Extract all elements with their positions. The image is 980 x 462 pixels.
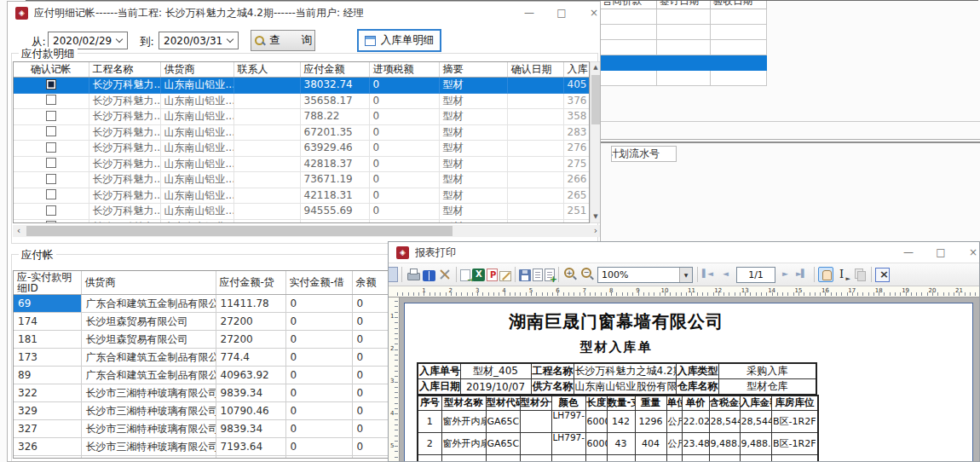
scroll-right-icon[interactable]: › <box>590 225 601 237</box>
book-icon[interactable] <box>423 270 435 281</box>
table-row[interactable]: 174长沙坦森贸易有限公司2720000 <box>14 313 435 331</box>
id-cell[interactable]: 326 <box>14 438 81 456</box>
confirm-checkbox[interactable] <box>46 221 56 223</box>
confirm-cell[interactable] <box>14 172 89 188</box>
id-cell[interactable]: 173 <box>14 349 81 367</box>
column-header[interactable]: 应付金额 <box>300 62 369 78</box>
pdf-icon[interactable] <box>487 269 498 281</box>
confirm-checkbox[interactable] <box>46 79 56 90</box>
table-row[interactable]: 长沙万科魅力...山东南山铝业...67201.350型材283 <box>14 124 589 141</box>
table-row[interactable]: 长沙万科魅力...山东南山铝业...42118.310型材265 <box>14 188 589 204</box>
table-row[interactable]: 长沙万科魅力...山东南山铝业...788.220型材358 <box>14 109 589 125</box>
column-header[interactable]: 确认记帐 <box>14 62 89 78</box>
table-row[interactable]: 181长沙坦森贸易有限公司2720000 <box>14 331 435 349</box>
confirm-checkbox[interactable] <box>46 142 56 153</box>
title-bar[interactable]: ◈ 应付明细记帐------当前工程: 长沙万科魅力之城4.2期------当前… <box>8 2 600 24</box>
confirm-cell[interactable] <box>14 156 89 172</box>
page-icon[interactable] <box>533 269 543 281</box>
table-row[interactable]: 329长沙市三湘特种玻璃有限公司10790.4600 <box>14 402 435 420</box>
table-row[interactable]: 长沙万科魅力...山东南山铝业...42818.370型材275 <box>14 156 589 172</box>
confirm-cell[interactable] <box>14 219 89 223</box>
column-header[interactable]: 入库 <box>563 62 589 78</box>
maximize-button[interactable]: □ <box>545 7 578 19</box>
table-row[interactable]: 长沙万科魅力...山东南山铝业...73671.190型材266 <box>14 172 589 188</box>
confirm-checkbox[interactable] <box>46 111 56 121</box>
copy-icon[interactable] <box>852 267 868 282</box>
column-header[interactable]: 确认日期 <box>507 62 563 78</box>
hand-icon[interactable] <box>818 267 833 282</box>
id-cell[interactable]: 329 <box>14 402 81 420</box>
nav-last-icon[interactable] <box>795 267 810 282</box>
table-row[interactable]: 长沙万科魅力...山东南山铝业...94555.690型材251 <box>14 204 589 220</box>
table-row[interactable]: 173广东合和建筑五金制品有限公司774.400 <box>14 349 435 367</box>
scrollbar-thumb[interactable] <box>26 226 453 236</box>
close-button[interactable]: × <box>957 246 980 258</box>
confirm-checkbox[interactable] <box>46 95 56 105</box>
tools-icon[interactable] <box>437 267 453 282</box>
export-image-icon[interactable] <box>460 269 470 281</box>
page-number-box[interactable]: 1/1 <box>736 267 775 283</box>
nav-next-icon[interactable] <box>778 267 793 282</box>
printer-icon[interactable] <box>406 267 421 282</box>
column-header[interactable]: 摘要 <box>439 62 507 78</box>
minimize-button[interactable]: — <box>513 7 545 19</box>
column-header[interactable]: 实付金额-借 <box>285 271 352 295</box>
nav-first-icon[interactable] <box>701 267 717 282</box>
chevron-down-icon[interactable]: ▼ <box>679 268 692 282</box>
scroll-down-icon[interactable]: ▼ <box>591 211 601 222</box>
table-row[interactable]: 326长沙市三湘特种玻璃有限公司7193.6400 <box>14 438 435 456</box>
confirm-checkbox[interactable] <box>46 158 56 168</box>
column-header[interactable]: 应付金额-贷 <box>216 271 285 295</box>
minimize-button[interactable]: — <box>892 246 925 258</box>
mail-edit-icon[interactable] <box>499 271 511 281</box>
zoom-level-combo[interactable]: 100%▼ <box>597 267 693 283</box>
table-row[interactable]: 长沙万科魅力...山东南山铝业...3895.840型材252 <box>14 219 589 223</box>
confirm-cell[interactable] <box>14 124 89 141</box>
id-cell[interactable]: 69 <box>14 295 81 313</box>
title-bar[interactable]: ◈ 报表打印 — □ × <box>389 242 979 263</box>
column-header[interactable]: 供货商 <box>160 62 233 78</box>
confirm-cell[interactable] <box>14 78 89 94</box>
payable-detail-table[interactable]: 确认记帐工程名称供货商联系人应付金额进项税额摘要确认日期入库 长沙万科魅力...… <box>14 62 590 223</box>
confirm-cell[interactable] <box>14 204 89 220</box>
vertical-scrollbar[interactable]: ▲ ▼ <box>590 61 601 223</box>
nav-prev-icon[interactable] <box>718 267 734 282</box>
excel-icon[interactable] <box>472 269 485 281</box>
id-cell[interactable] <box>14 456 81 459</box>
column-header[interactable]: 应-实付款明细ID <box>14 271 81 295</box>
close-preview-icon[interactable] <box>875 268 890 282</box>
entry-detail-button[interactable]: 入库单明细 <box>357 29 441 52</box>
panel-toggle-icon[interactable] <box>389 267 398 282</box>
query-button[interactable]: 查 询 <box>251 30 315 51</box>
close-button[interactable]: × <box>578 7 601 19</box>
zoom-out-icon[interactable] <box>579 267 595 282</box>
zoom-in-icon[interactable] <box>562 267 578 282</box>
column-header[interactable]: 联系人 <box>233 62 300 78</box>
maximize-button[interactable]: □ <box>925 246 957 258</box>
payable-account-table[interactable]: 应-实付款明细ID供货商应付金额-贷实付金额-借余额 69广东合和建筑五金制品有… <box>14 271 435 459</box>
confirm-cell[interactable] <box>14 109 89 125</box>
confirm-checkbox[interactable] <box>46 189 56 199</box>
confirm-checkbox[interactable] <box>46 205 56 216</box>
scrollbar-thumb[interactable] <box>591 75 600 124</box>
id-cell[interactable]: 174 <box>14 313 81 331</box>
table-row[interactable]: 322长沙市三湘特种玻璃有限公司9839.3400 <box>14 384 435 402</box>
text-select-icon[interactable] <box>835 267 850 282</box>
scroll-left-icon[interactable]: ‹ <box>13 225 25 237</box>
save-icon[interactable] <box>519 269 531 281</box>
to-date-select[interactable]: 2020/03/31 <box>159 32 239 49</box>
id-cell[interactable]: 181 <box>14 331 81 349</box>
column-header[interactable]: 供货商 <box>81 271 216 295</box>
table-row[interactable]: 长沙市三湘特种玻璃有限公司 <box>14 456 435 459</box>
confirm-checkbox[interactable] <box>46 174 56 184</box>
page-add-icon[interactable] <box>545 269 555 281</box>
horizontal-scrollbar[interactable]: ‹ › <box>13 225 601 237</box>
column-header[interactable]: 进项税额 <box>369 62 439 78</box>
table-row[interactable]: 长沙万科魅力...山东南山铝业...63929.460型材276 <box>14 141 589 157</box>
confirm-checkbox[interactable] <box>46 126 56 136</box>
table-row[interactable]: 327长沙市三湘特种玻璃有限公司9839.3400 <box>14 420 435 438</box>
table-row[interactable]: 89广东合和建筑五金制品有限公司40963.9200 <box>14 367 435 384</box>
id-cell[interactable]: 327 <box>14 420 81 438</box>
confirm-cell[interactable] <box>14 188 89 204</box>
confirm-cell[interactable] <box>14 93 89 109</box>
